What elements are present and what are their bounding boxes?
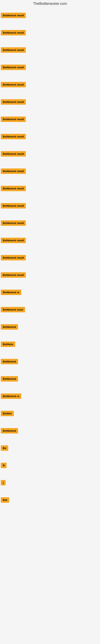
- bottleneck-badge-3[interactable]: Bottleneck result: [1, 47, 26, 53]
- bottleneck-row-15: Bottleneck result: [0, 249, 100, 266]
- bottleneck-badge-12[interactable]: Bottleneck result: [1, 203, 26, 208]
- bottleneck-row-20: Bottlene: [0, 336, 100, 353]
- bottleneck-row-21: Bottleneck: [0, 353, 100, 370]
- bottleneck-badge-11[interactable]: Bottleneck result: [1, 186, 26, 191]
- bottleneck-badge-26[interactable]: Bo: [1, 445, 8, 451]
- bottleneck-badge-20[interactable]: Bottlene: [1, 342, 15, 347]
- bottleneck-row-16: Bottleneck result: [0, 266, 100, 284]
- bottleneck-row-27: B: [0, 457, 100, 474]
- bottleneck-badge-14[interactable]: Bottleneck result: [1, 238, 26, 243]
- bottleneck-row-24: Bottlen: [0, 405, 100, 422]
- bottleneck-badge-22[interactable]: Bottleneck: [1, 376, 18, 382]
- bottleneck-row-9: Bottleneck result: [0, 145, 100, 162]
- bottleneck-badge-18[interactable]: Bottleneck resul: [1, 307, 25, 312]
- bottleneck-row-8: Bottleneck result: [0, 128, 100, 145]
- bottleneck-row-2: Bottleneck result: [0, 24, 100, 41]
- bottleneck-row-6: Bottleneck result: [0, 93, 100, 110]
- bottleneck-row-17: Bottleneck re: [0, 284, 100, 301]
- bottleneck-row-19: Bottleneck: [0, 318, 100, 336]
- bottleneck-badge-10[interactable]: Bottleneck result: [1, 168, 26, 174]
- bottleneck-badge-6[interactable]: Bottleneck result: [1, 99, 26, 105]
- bottleneck-row-12: Bottleneck result: [0, 197, 100, 214]
- bottleneck-badge-27[interactable]: B: [1, 463, 7, 468]
- bottleneck-row-14: Bottleneck result: [0, 232, 100, 249]
- bottleneck-row-18: Bottleneck resul: [0, 301, 100, 318]
- bottleneck-row-4: Bottleneck result: [0, 58, 100, 76]
- bottleneck-badge-16[interactable]: Bottleneck result: [1, 272, 26, 278]
- bottleneck-badge-4[interactable]: Bottleneck result: [1, 64, 26, 70]
- bottleneck-badge-13[interactable]: Bottleneck result: [1, 220, 26, 226]
- bottleneck-badge-17[interactable]: Bottleneck re: [1, 290, 21, 295]
- bottleneck-badge-19[interactable]: Bottleneck: [1, 324, 18, 330]
- bottleneck-badge-28[interactable]: |: [1, 480, 6, 486]
- bottleneck-badge-2[interactable]: Bottleneck result: [1, 30, 26, 36]
- bottleneck-row-25: Bottleneck: [0, 422, 100, 439]
- bottleneck-badge-29[interactable]: Bot: [1, 497, 9, 503]
- bottleneck-badge-5[interactable]: Bottleneck result: [1, 82, 26, 87]
- bottleneck-badge-8[interactable]: Bottleneck result: [1, 134, 26, 139]
- site-title: TheBottlenecker.com: [0, 0, 100, 7]
- bottleneck-badge-25[interactable]: Bottleneck: [1, 428, 18, 434]
- bottleneck-row-7: Bottleneck result: [0, 110, 100, 128]
- bottleneck-badge-23[interactable]: Bottleneck re: [1, 394, 21, 399]
- bottleneck-badge-21[interactable]: Bottleneck: [1, 359, 18, 364]
- bottleneck-row-1: Bottleneck result: [0, 7, 100, 24]
- bottleneck-badge-1[interactable]: Bottleneck result: [1, 13, 26, 18]
- bottleneck-badge-9[interactable]: Bottleneck result: [1, 151, 26, 156]
- bottleneck-row-26: Bo: [0, 439, 100, 457]
- bottleneck-row-28: |: [0, 474, 100, 491]
- bottleneck-row-23: Bottleneck re: [0, 388, 100, 405]
- bottleneck-row-10: Bottleneck result: [0, 162, 100, 180]
- bottleneck-badge-7[interactable]: Bottleneck result: [1, 116, 26, 122]
- bottleneck-row-3: Bottleneck result: [0, 41, 100, 58]
- bottleneck-row-29: Bot: [0, 491, 100, 508]
- bottleneck-badge-24[interactable]: Bottlen: [1, 411, 14, 416]
- bottleneck-badge-15[interactable]: Bottleneck result: [1, 255, 26, 260]
- bottleneck-row-22: Bottleneck: [0, 370, 100, 388]
- bottleneck-row-13: Bottleneck result: [0, 214, 100, 232]
- bottleneck-row-5: Bottleneck result: [0, 76, 100, 93]
- bottleneck-row-11: Bottleneck result: [0, 180, 100, 197]
